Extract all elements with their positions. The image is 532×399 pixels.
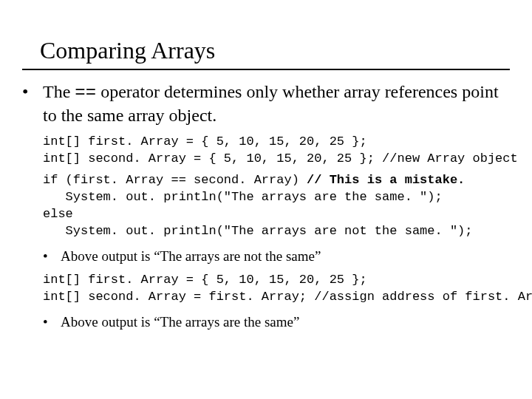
code3-line1: int[] first. Array = { 5, 10, 15, 20, 25… [43,273,367,287]
main-bullet: •The == operator determines only whether… [43,81,510,126]
equals-operator: == [75,83,96,103]
code2-line2: System. out. println("The arrays are the… [43,190,443,204]
bullet-dot: • [52,248,61,265]
title-rule [22,69,510,70]
page-title: Comparing Arrays [40,37,510,64]
code2-line4: System. out. println("The arrays are not… [43,224,473,238]
code-block-1: int[] first. Array = { 5, 10, 15, 20, 25… [43,134,510,168]
slide: Comparing Arrays •The == operator determ… [0,0,532,399]
sub-bullet-2-text: Above output is “The arrays are the same… [61,314,299,330]
sub-bullet-1: •Above output is “The arrays are not the… [61,248,510,265]
code-block-2: if (first. Array == second. Array) // Th… [43,172,510,240]
code1-line1: int[] first. Array = { 5, 10, 15, 20, 25… [43,134,367,149]
code3-line2: int[] second. Array = first. Array; //as… [43,290,532,304]
code2-line1: if (first. Array == second. Array) [43,173,307,187]
bullet-dot: • [52,313,61,331]
sub-bullet-2: •Above output is “The arrays are the sam… [61,313,510,331]
sub-bullet-1-text: Above output is “The arrays are not the … [61,248,321,264]
code2-line3: else [43,207,73,221]
code-block-3: int[] first. Array = { 5, 10, 15, 20, 25… [43,272,510,306]
code1-line2: int[] second. Array = { 5, 10, 15, 20, 2… [43,151,518,166]
bullet-dot: • [33,81,43,103]
bullet1-part-b: operator determines only whether array r… [43,82,499,125]
code2-line1-comment: // This is a mistake. [307,173,465,187]
bullet1-part-a: The [43,82,75,101]
